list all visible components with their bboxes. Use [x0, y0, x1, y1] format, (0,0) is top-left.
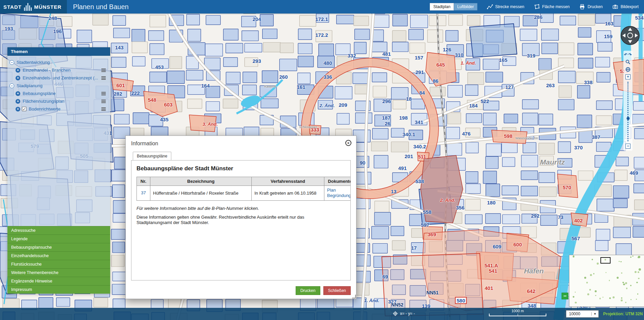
- overview-forest-dot: [575, 292, 576, 293]
- full-extent-globe-icon[interactable]: [625, 67, 630, 72]
- layer-tree-item[interactable]: +Einzelhandels- und Zentrenkonzept (...: [9, 74, 108, 82]
- expand-icon[interactable]: +: [16, 68, 20, 73]
- zoom-slider-handle[interactable]: [626, 117, 629, 120]
- scale-bar-line: [489, 314, 546, 316]
- tab-bebauungsplaene[interactable]: Bebauungspläne: [133, 152, 171, 160]
- sidebar-menu-item[interactable]: Adresssuche: [7, 226, 110, 235]
- zoom-rectangle-icon[interactable]: [625, 59, 630, 65]
- print-button[interactable]: Drucken: [296, 286, 320, 295]
- overview-forest-dot: [597, 263, 599, 265]
- overview-forest-dot: [622, 282, 624, 284]
- layer-menu-icon[interactable]: [101, 101, 106, 102]
- next-extent-icon[interactable]: ↷: [628, 52, 632, 57]
- overview-forest-dot: [635, 271, 637, 273]
- header-toolbar: Stadtplan Luftbilder Strecke messen Fläc…: [430, 3, 644, 10]
- print-tool[interactable]: Drucken: [579, 4, 603, 10]
- measure-area-icon: [534, 4, 540, 10]
- sidebar-menu-item[interactable]: Flurstückssuche: [7, 260, 110, 268]
- logo-stadt-text: STADT: [3, 4, 22, 10]
- zoom-slider[interactable]: [623, 82, 633, 141]
- overview-forest-dot: [617, 277, 619, 279]
- sidebar-menu-item[interactable]: Weitere Themenbereiche: [7, 268, 110, 277]
- overview-forest-dot: [630, 299, 631, 300]
- measure-area-tool[interactable]: Fläche messen: [534, 4, 570, 10]
- layer-tree-item[interactable]: +Einzelhandel - Branchen: [9, 66, 108, 74]
- basemap-stadtplan-button[interactable]: Stadtplan: [430, 3, 454, 10]
- layer-menu-icon[interactable]: [101, 78, 106, 78]
- zoom-out-button[interactable]: −: [625, 144, 630, 149]
- expand-icon[interactable]: +: [16, 76, 20, 80]
- overview-collapse-button[interactable]: −: [562, 293, 568, 299]
- basemap-toggle: Stadtplan Luftbilder: [430, 3, 477, 10]
- overview-forest-dot: [605, 272, 606, 273]
- crosshair-icon: [393, 311, 398, 316]
- themes-panel-title[interactable]: Themen: [7, 47, 110, 56]
- sidebar-menu-item[interactable]: Legende: [7, 235, 110, 243]
- chevron-down-icon[interactable]: ▼: [591, 312, 598, 316]
- measure-area-label: Fläche messen: [542, 4, 570, 9]
- basemap-luftbilder-button[interactable]: Luftbilder: [454, 3, 477, 10]
- collapse-icon[interactable]: −: [9, 60, 14, 65]
- camera-icon: [612, 4, 618, 10]
- overview-forest-dot: [637, 293, 639, 295]
- overview-forest-dot: [620, 261, 621, 262]
- plan-number-link[interactable]: 37: [140, 190, 147, 196]
- sidebar-menu-item[interactable]: Einzelhandelssuche: [7, 251, 110, 260]
- table-row: 37 Hüfferstraße / Hittorfstraße / Roxele…: [137, 186, 351, 201]
- table-header-row: Nr. Bezeichnung Verfahrensstand Dokument…: [137, 177, 351, 186]
- plan-document-link[interactable]: Plan: [327, 188, 351, 193]
- previous-extent-icon[interactable]: ↶: [624, 52, 627, 57]
- layer-tree-item[interactable]: +Flächennutzungsplan: [9, 97, 108, 105]
- city-logo[interactable]: STADT MÜNSTER: [0, 0, 67, 14]
- measure-distance-tool[interactable]: Strecke messen: [487, 4, 524, 10]
- layer-tree-item[interactable]: +Bebauungspläne: [9, 90, 108, 97]
- expand-icon[interactable]: +: [16, 99, 20, 104]
- expand-icon[interactable]: +: [16, 107, 20, 112]
- layer-label[interactable]: Einzelhandel - Branchen: [23, 68, 100, 73]
- overview-forest-dot: [592, 259, 593, 260]
- dialog-close-icon[interactable]: ×: [345, 140, 351, 146]
- overview-forest-dot: [638, 256, 640, 258]
- layer-checkbox[interactable]: ✓: [22, 107, 26, 111]
- sidebar-menu-item[interactable]: Bebauungsplansuche: [7, 243, 110, 251]
- measure-distance-label: Strecke messen: [495, 4, 524, 9]
- close-button[interactable]: Schließen: [323, 286, 351, 295]
- scale-select[interactable]: 10000 ▼: [566, 310, 599, 318]
- layer-label[interactable]: Stadtentwicklung: [17, 60, 108, 65]
- muenster-bars-icon: [24, 3, 32, 11]
- layer-menu-icon[interactable]: [101, 70, 106, 71]
- page-title: Planen und Bauen: [73, 3, 129, 11]
- pan-compass-control[interactable]: [620, 25, 641, 46]
- overview-forest-dot: [636, 299, 637, 300]
- sidebar-menu-item[interactable]: Ergänzende Hinweise: [7, 277, 110, 285]
- overview-forest-dot: [604, 259, 606, 261]
- overview-forest-dot: [623, 284, 625, 286]
- overview-forest-dot: [621, 297, 622, 299]
- overview-forest-dot: [625, 282, 627, 284]
- overview-forest-dot: [626, 288, 627, 289]
- layer-tree-item[interactable]: −Stadtplanung: [9, 82, 108, 90]
- sidebar-menu-item[interactable]: Impressum: [7, 285, 110, 294]
- begruendung-document-link[interactable]: Begründung: [327, 193, 351, 198]
- layer-label[interactable]: Einzelhandels- und Zentrenkonzept (...: [23, 75, 100, 80]
- zoom-in-button[interactable]: +: [625, 74, 630, 79]
- dialog-buttons: Drucken Schließen: [296, 286, 351, 295]
- layer-menu-icon[interactable]: [101, 109, 106, 109]
- overview-map[interactable]: [569, 255, 644, 307]
- overview-forest-dot: [609, 297, 611, 299]
- layer-label[interactable]: Bebauungspläne: [23, 91, 100, 96]
- layer-label[interactable]: Flächennutzungsplan: [23, 99, 100, 104]
- print-icon: [579, 4, 585, 10]
- layer-menu-icon[interactable]: [101, 93, 106, 94]
- collapse-icon[interactable]: −: [9, 83, 14, 88]
- layer-tree-item[interactable]: +✓Bodenrichtwerte: [9, 105, 108, 113]
- layer-label[interactable]: Bodenrichtwerte: [29, 106, 100, 112]
- layer-label[interactable]: Stadtplanung: [17, 83, 108, 88]
- expand-icon[interactable]: +: [16, 91, 20, 96]
- resize-handle-icon[interactable]: [352, 295, 356, 298]
- print-label: Drucken: [588, 4, 603, 9]
- dialog-title[interactable]: Information: [131, 141, 351, 147]
- layer-tree-item[interactable]: −Stadtentwicklung: [9, 58, 108, 66]
- overview-forest-dot: [602, 297, 603, 298]
- image-export-tool[interactable]: Bildexport: [612, 4, 639, 10]
